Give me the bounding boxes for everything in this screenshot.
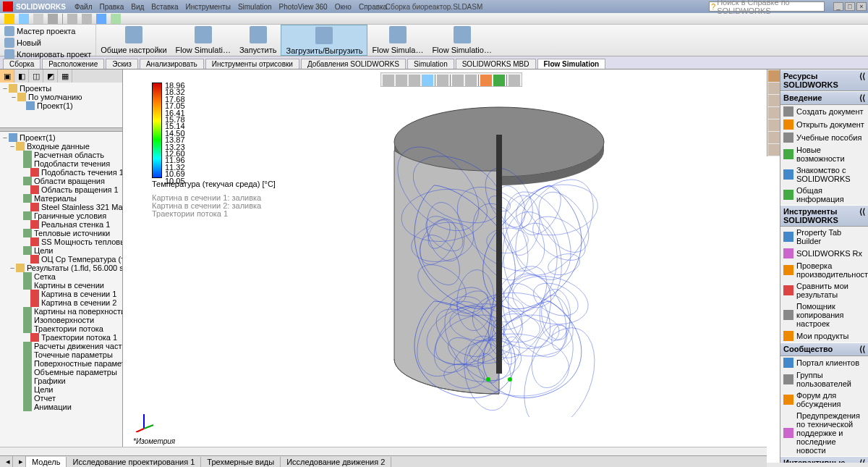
cmdtab-4[interactable]: Инструменты отрисовки [205, 59, 299, 69]
panel-header[interactable]: Введение⟨⟨ [780, 91, 868, 105]
tree-item[interactable]: ОЦ Ср Температура (твердое те [1, 255, 121, 264]
cmdtab-8[interactable]: Flow Simulation [537, 59, 606, 69]
tree-item[interactable]: Расчеты движения частиц [1, 342, 121, 350]
cmdtab-5[interactable]: Добавления SOLIDWORKS [301, 59, 406, 69]
tree-item[interactable]: Подобласти течения [1, 159, 121, 168]
ribbon--[interactable]: Общие настройки [96, 25, 171, 56]
tree-item[interactable]: Цели [1, 246, 121, 255]
panel-link[interactable]: Создать документ [780, 105, 868, 118]
panel-link[interactable]: Знакомство с SOLIDWORKS [780, 164, 868, 185]
ribbon--[interactable]: Запустить [235, 25, 281, 56]
resources-tab-icon[interactable] [768, 70, 780, 82]
panel-link[interactable]: Портал клиентов [780, 356, 868, 369]
close-button[interactable]: × [856, 2, 867, 11]
tree-item[interactable]: Область вращения 1 [1, 185, 121, 194]
panel-link[interactable]: Предупреждения по технической поддержке … [780, 410, 868, 456]
file-explorer-tab-icon[interactable] [768, 95, 780, 106]
dim-manager-tab-icon[interactable]: ◩ [43, 70, 58, 83]
options-icon[interactable] [111, 14, 121, 24]
menu-файл[interactable]: Файл [75, 3, 93, 11]
feature-tree-tab-icon[interactable]: ▣ [0, 70, 14, 83]
ribbon--[interactable]: Новый [1, 37, 94, 49]
panel-link[interactable]: Мои продукты [780, 329, 868, 342]
tab-scroll-right[interactable]: ▸ [13, 456, 26, 467]
tree-item[interactable]: Точечные параметры [1, 350, 121, 359]
display-manager-tab-icon[interactable]: ▦ [58, 70, 72, 83]
ribbon--[interactable]: Мастер проекта [1, 25, 94, 37]
property-manager-tab-icon[interactable]: ◧ [14, 70, 29, 83]
maximize-button[interactable]: □ [845, 2, 855, 11]
tree-item[interactable]: Картина в сечении 2 [1, 298, 121, 307]
tree-item[interactable]: Траектории потока [1, 324, 121, 333]
tree-item[interactable]: Объемные параметры [1, 368, 121, 376]
cmdtab-3[interactable]: Анализировать [140, 59, 204, 69]
tree-item[interactable]: Картины на поверхности [1, 307, 121, 316]
config-manager-tab-icon[interactable]: ◫ [29, 70, 43, 83]
tree-item[interactable]: Графики [1, 376, 121, 385]
tree-item[interactable]: Траектории потока 1 [1, 333, 121, 342]
ribbon-flow-simulati-[interactable]: Flow Simulati… [171, 25, 235, 56]
tree-item[interactable]: Сетка [1, 272, 121, 281]
menu-simulation[interactable]: Simulation [238, 3, 272, 11]
ribbon-flow-simula-[interactable]: Flow Simula… [367, 25, 427, 56]
tree-item[interactable]: Steel Stainless 321 Материал 1 [1, 203, 121, 211]
tree-item[interactable]: Тепловые источники [1, 229, 121, 237]
ribbon-flow-simulatio-[interactable]: Flow Simulatio… [427, 25, 496, 56]
help-search-input[interactable]: ? Поиск в Справке по SOLIDWORKS [709, 1, 825, 12]
tree-item[interactable]: Материалы [1, 194, 121, 203]
bottom-tab-1[interactable]: Исследование проектирования 1 [67, 457, 201, 467]
panel-header[interactable]: Ресурсы SOLIDWORKS⟨⟨ [780, 70, 868, 91]
tree-item[interactable]: Расчетная область [1, 151, 121, 159]
forum-tab-icon[interactable] [768, 144, 780, 156]
minimize-button[interactable]: _ [833, 2, 843, 11]
tree-project-1[interactable]: Проект(1) [1, 101, 121, 110]
menu-вид[interactable]: Вид [131, 3, 144, 11]
open-icon[interactable] [19, 14, 29, 24]
tree-item[interactable]: Отчет [1, 394, 121, 403]
bottom-tab-0[interactable]: Модель [26, 457, 67, 467]
tree-item[interactable]: Анимации [1, 403, 121, 411]
menu-photoview 360[interactable]: PhotoView 360 [279, 3, 328, 11]
tree-default[interactable]: −По умолчанию [1, 93, 121, 101]
panel-link[interactable]: Открыть документ [780, 118, 868, 131]
panel-link[interactable]: SOLIDWORKS Rx [780, 247, 868, 260]
tree-item[interactable]: Подобласть течения 1 [1, 168, 121, 177]
menu-окно[interactable]: Окно [335, 3, 352, 11]
bottom-tab-3[interactable]: Исследование движения 2 [281, 457, 391, 467]
tree-item[interactable]: Изоповерхности [1, 316, 121, 324]
menu-вставка[interactable]: Вставка [151, 3, 178, 11]
panel-header[interactable]: Сообщество⟨⟨ [780, 342, 868, 356]
menu-инструменты[interactable]: Инструменты [186, 3, 231, 11]
tree-item[interactable]: SS Мощность тепловыделения [1, 237, 121, 246]
design-library-tab-icon[interactable] [768, 83, 780, 94]
panel-link[interactable]: Property Tab Builder [780, 227, 868, 247]
appearances-tab-icon[interactable] [768, 119, 780, 131]
panel-link[interactable]: Проверка производительности [780, 260, 868, 280]
cmdtab-2[interactable]: Эскиз [106, 59, 138, 69]
graphics-viewport[interactable]: 18.9618.3217.6817.0516.4115.7815.1414.50… [123, 70, 780, 463]
undo-icon[interactable] [67, 14, 77, 24]
panel-link[interactable]: Учебные пособия [780, 131, 868, 144]
tree-item[interactable]: −Результаты (1.fld, 56.000 s) [1, 264, 121, 272]
tree-item[interactable]: Картины в сечении [1, 281, 121, 290]
cmdtab-0[interactable]: Сборка [3, 59, 41, 69]
tree-projects-root[interactable]: −Проекты [1, 84, 121, 93]
tree-item[interactable]: Цели [1, 385, 121, 394]
bottom-tab-2[interactable]: Трехмерные виды [201, 457, 281, 467]
tree-item[interactable]: Картина в сечении 1 [1, 290, 121, 298]
panel-link[interactable]: Форум для обсуждения [780, 390, 868, 410]
cmdtab-7[interactable]: SOLIDWORKS MBD [456, 59, 536, 69]
panel-header[interactable]: Интерактивные ресурсы⟨⟨ [780, 456, 868, 463]
panel-link[interactable]: Сравнить мои результаты [780, 280, 868, 300]
tree-item[interactable]: Реальная стенка 1 [1, 220, 121, 229]
menu-справка[interactable]: Справка [359, 3, 387, 11]
custom-props-tab-icon[interactable] [768, 132, 780, 143]
panel-header[interactable]: Инструменты SOLIDWORKS⟨⟨ [780, 205, 868, 227]
tab-scroll-left[interactable]: ◂ [0, 456, 13, 467]
panel-link[interactable]: Новые возможности [780, 144, 868, 164]
new-icon[interactable] [4, 14, 14, 24]
horizontal-scrollbar[interactable] [0, 447, 767, 455]
save-icon[interactable] [33, 14, 43, 24]
view-palette-tab-icon[interactable] [768, 107, 780, 119]
tree-item[interactable]: Граничные условия [1, 211, 121, 220]
